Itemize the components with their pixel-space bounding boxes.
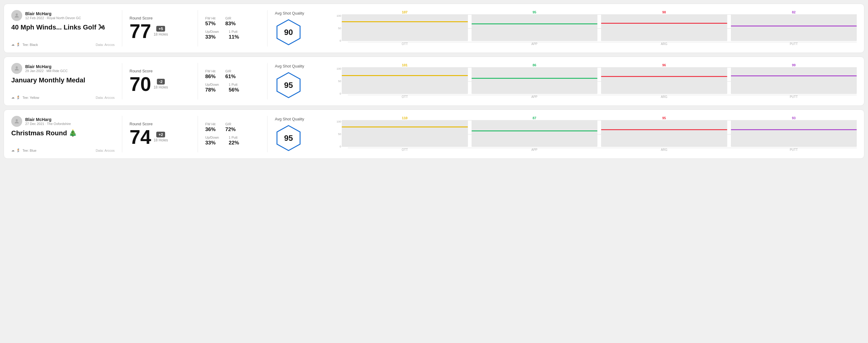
stat-updown: Up/Down 33% <box>205 30 219 40</box>
chart-x-label-putt: PUTT <box>790 42 798 46</box>
tee-info: ☁ 🏌 Tee: Blue <box>11 148 36 152</box>
bar-chart: 100 50 0 101 OTT 86 APP 96 <box>336 63 857 99</box>
stats-row-bottom: Up/Down 78% 1 Putt 56% <box>205 83 260 93</box>
stat-fw-hit: FW Hit 36% <box>205 122 216 132</box>
gir-value: 83% <box>225 21 236 27</box>
chart-x-label-arg: ARG <box>661 148 667 152</box>
gir-label: GIR <box>225 122 236 126</box>
chart-col-ott: 107 OTT <box>342 10 468 46</box>
score-row: 74 +2 18 Holes <box>129 127 190 147</box>
score-section: Round Score 77 +5 18 Holes <box>129 10 190 46</box>
updown-value: 33% <box>205 140 219 146</box>
bag-icon: 🏌 <box>17 148 21 152</box>
bag-icon: 🏌 <box>17 95 21 99</box>
bag-icon: 🏌 <box>17 42 21 46</box>
section-divider-1 <box>122 63 122 99</box>
chart-col-app: 87 APP <box>471 116 598 152</box>
chart-col-putt: 99 PUTT <box>731 63 857 99</box>
avatar <box>11 63 22 74</box>
holes-text: 18 Holes <box>154 32 168 36</box>
quality-section: Avg Shot Quality 95 <box>275 63 330 99</box>
score-label: Round Score <box>129 69 190 73</box>
chart-col-arg: 95 ARG <box>601 116 727 152</box>
round-title: Christmas Round 🎄 <box>11 129 115 137</box>
y-label-100: 100 <box>336 120 342 123</box>
holes-text: 18 Holes <box>154 138 168 142</box>
tee-label: Tee: Blue <box>23 149 36 152</box>
fw-hit-label: FW Hit <box>205 17 216 20</box>
weather-icon: ☁ <box>11 95 14 99</box>
chart-value-putt: 99 <box>792 63 796 67</box>
section-divider-3 <box>267 63 268 99</box>
svg-point-2 <box>16 66 18 68</box>
one-putt-value: 56% <box>229 87 239 93</box>
chart-x-label-app: APP <box>531 95 537 99</box>
fw-hit-label: FW Hit <box>205 69 216 73</box>
y-label-0: 0 <box>336 39 342 42</box>
updown-value: 33% <box>205 34 219 40</box>
stat-one-putt: 1 Putt 56% <box>229 83 239 93</box>
stats-row-top: FW Hit 57% GIR 83% <box>205 17 260 27</box>
one-putt-label: 1 Putt <box>229 136 239 139</box>
score-row: 77 +5 18 Holes <box>129 22 190 41</box>
stat-fw-hit: FW Hit 57% <box>205 17 216 27</box>
user-details: Blair McHarg 27 Dec 2021 · The Oxfordshi… <box>25 117 71 126</box>
updown-value: 78% <box>205 87 219 93</box>
score-label: Round Score <box>129 16 190 20</box>
one-putt-label: 1 Putt <box>229 30 239 33</box>
chart-col-ott: 101 OTT <box>342 63 468 99</box>
chart-col-putt: 93 PUTT <box>731 116 857 152</box>
chart-x-label-ott: OTT <box>402 148 408 152</box>
tee-label: Tee: Yellow <box>23 96 39 99</box>
tee-label: Tee: Black <box>23 43 38 46</box>
hexagon: 95 <box>275 71 302 99</box>
chart-col-app: 86 APP <box>471 63 598 99</box>
chart-x-label-ott: OTT <box>402 42 408 46</box>
y-label-0: 0 <box>336 145 342 148</box>
stat-gir: GIR 83% <box>225 17 236 27</box>
chart-value-ott: 107 <box>402 10 407 14</box>
stats-row-top: FW Hit 36% GIR 72% <box>205 122 260 132</box>
fw-hit-value: 86% <box>205 73 216 80</box>
stats-row-top: FW Hit 86% GIR 61% <box>205 69 260 80</box>
stats-row-bottom: Up/Down 33% 1 Putt 22% <box>205 136 260 146</box>
data-source: Data: Arccos <box>96 96 115 99</box>
stat-gir: GIR 72% <box>225 122 236 132</box>
section-divider-1 <box>122 116 122 152</box>
data-source: Data: Arccos <box>96 149 115 152</box>
user-details: Blair McHarg 12 Feb 2022 · Royal North D… <box>25 11 81 20</box>
chart-x-label-arg: ARG <box>661 42 667 46</box>
holes-text: 18 Holes <box>154 85 168 89</box>
stat-updown: Up/Down 33% <box>205 136 219 146</box>
quality-section: Avg Shot Quality 95 <box>275 116 330 152</box>
quality-value: 95 <box>284 80 293 90</box>
avatar <box>11 116 22 127</box>
gir-value: 61% <box>225 73 236 80</box>
hexagon: 90 <box>275 19 302 46</box>
score-label: Round Score <box>129 122 190 126</box>
quality-value: 95 <box>284 133 293 143</box>
section-divider-3 <box>267 116 268 152</box>
chart-value-putt: 93 <box>792 116 796 120</box>
weather-icon: ☁ <box>11 148 14 152</box>
stat-one-putt: 1 Putt 22% <box>229 136 239 146</box>
chart-x-label-ott: OTT <box>402 95 408 99</box>
date-course: 27 Dec 2021 · The Oxfordshire <box>25 122 71 126</box>
chart-value-arg: 96 <box>662 63 666 67</box>
left-section: Blair McHarg 12 Feb 2022 · Royal North D… <box>11 10 115 46</box>
chart-section: 100 50 0 110 OTT 87 APP 95 <box>330 116 857 152</box>
gir-label: GIR <box>225 17 236 20</box>
stats-section: FW Hit 86% GIR 61% Up/Down 78% 1 Putt 56… <box>205 63 260 99</box>
score-section: Round Score 74 +2 18 Holes <box>129 116 190 152</box>
section-divider-2 <box>197 10 198 46</box>
stats-section: FW Hit 57% GIR 83% Up/Down 33% 1 Putt 11… <box>205 10 260 46</box>
score-number: 74 <box>129 127 151 147</box>
score-badge: +5 18 Holes <box>154 26 168 36</box>
user-details: Blair McHarg 29 Jan 2022 · Mill Ride GCC <box>25 64 67 73</box>
svg-point-4 <box>16 119 18 121</box>
hexagon: 95 <box>275 124 302 152</box>
bottom-info: ☁ 🏌 Tee: Black Data: Arccos <box>11 42 115 46</box>
score-badge: +2 18 Holes <box>154 132 168 142</box>
y-label-50: 50 <box>336 132 342 136</box>
data-source: Data: Arccos <box>96 43 115 46</box>
